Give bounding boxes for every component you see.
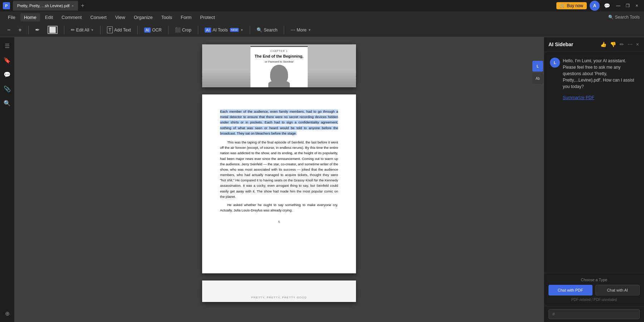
- sidebar-search-icon[interactable]: 🔍: [1, 97, 13, 109]
- menu-protect[interactable]: Protect: [196, 13, 218, 21]
- more-icon: ⋯: [291, 27, 295, 33]
- ai-sidebar: AI Sidebar 👍 👎 ✏ ⋯ × L Hello, I'm Lumi, …: [544, 37, 644, 322]
- menu-organize[interactable]: Organize: [130, 13, 156, 21]
- buy-now-button[interactable]: 🛒 Buy now: [556, 2, 587, 9]
- pdf-page-footer: PRETTY, PRETTY, PRETTY GOOD: [202, 280, 356, 302]
- separator-5: [168, 26, 169, 34]
- zoom-in-icon: +: [18, 27, 21, 33]
- floating-side-buttons: L Ab: [532, 61, 543, 84]
- selected-text-highlight: Each member of the audience, even family…: [220, 109, 338, 135]
- chat-pdf-button[interactable]: Chat with PDF: [548, 285, 592, 296]
- tab-bar: Pretty, Pretty, ...sh Levine).pdf × +: [13, 1, 87, 11]
- menu-view[interactable]: View: [112, 13, 129, 21]
- active-tab[interactable]: Pretty, Pretty, ...sh Levine).pdf ×: [13, 1, 78, 11]
- ai-message-content: Hello, I'm Lumi, your AI assistant. Plea…: [563, 58, 638, 101]
- separator-2: [64, 26, 64, 34]
- head-silhouette: [270, 65, 288, 84]
- menu-edit[interactable]: Edit: [42, 13, 57, 21]
- restore-button[interactable]: ❐: [623, 1, 632, 10]
- chat-ai-button[interactable]: Chat with AI: [595, 285, 640, 296]
- edit-icon: ✏: [71, 27, 75, 33]
- lumi-avatar: L: [550, 58, 560, 68]
- ai-sidebar-actions: 👍 👎 ✏ ⋯ ×: [600, 41, 640, 48]
- sidebar-layers-icon[interactable]: ⊕: [1, 308, 13, 319]
- ai-type-hint: PDF-related / PDF-unrelated: [548, 298, 640, 302]
- ai-type-section: Choose a Type Chat with PDF Chat with AI…: [544, 273, 644, 306]
- ai-tools-button[interactable]: AI AI Tools NEW ▼: [202, 24, 246, 36]
- menu-bar: File Home Edit Comment Convert View Orga…: [0, 11, 644, 23]
- close-button[interactable]: ×: [633, 1, 641, 10]
- ai-thumbs-down-btn[interactable]: 👎: [609, 41, 617, 48]
- app-icon: P: [3, 2, 10, 9]
- zoom-out-button[interactable]: −: [4, 24, 13, 36]
- ai-more-btn[interactable]: ⋯: [627, 41, 633, 48]
- menu-comment[interactable]: Comment: [58, 13, 85, 21]
- ocr-button[interactable]: AI OCR: [141, 24, 165, 36]
- title-bar: P Pretty, Pretty, ...sh Levine).pdf × + …: [0, 0, 644, 11]
- separator-6: [198, 26, 198, 34]
- ai-thumbs-up-btn[interactable]: 👍: [600, 41, 607, 48]
- selection-tool-button[interactable]: ⬜: [45, 24, 60, 36]
- add-text-button[interactable]: T Add Text: [104, 24, 133, 36]
- more-button[interactable]: ⋯ More ▼: [288, 24, 314, 36]
- summarize-link[interactable]: Summarize PDF: [563, 95, 594, 100]
- sidebar-toggle-btn[interactable]: 💬: [602, 1, 611, 10]
- tab-label: Pretty, Pretty, ...sh Levine).pdf: [17, 4, 69, 8]
- separator-1: [28, 26, 29, 34]
- user-avatar[interactable]: A: [590, 1, 600, 11]
- ai-close-btn[interactable]: ×: [635, 41, 640, 48]
- edit-dropdown-icon: ▼: [91, 28, 94, 32]
- pdf-page-main: Each member of the audience, even family…: [202, 94, 356, 273]
- buy-icon: 🛒: [560, 3, 565, 8]
- pdf-page-bottom-partial: PRETTY, PRETTY, PRETTY GOOD: [202, 280, 356, 302]
- ai-edit-btn[interactable]: ✏: [619, 41, 625, 48]
- pdf-paragraph1: This was the taping of the final episode…: [220, 140, 338, 199]
- menu-tools[interactable]: Tools: [158, 13, 176, 21]
- edit-all-button[interactable]: ✏ Edit All ▼: [68, 24, 97, 36]
- sidebar-attachments-icon[interactable]: 📎: [1, 83, 13, 94]
- add-text-icon: T: [107, 26, 113, 33]
- ai-chat-area: L Hello, I'm Lumi, your AI assistant. Pl…: [544, 52, 644, 273]
- sidebar-bookmarks-icon[interactable]: 🔖: [1, 54, 13, 66]
- ai-message-text: Hello, I'm Lumi, your AI assistant. Plea…: [563, 58, 638, 90]
- ai-type-buttons: Chat with PDF Chat with AI: [548, 285, 640, 296]
- ai-sidebar-title: AI Sidebar: [548, 42, 597, 47]
- search-icon: 🔍: [257, 27, 262, 33]
- ai-message-row: L Hello, I'm Lumi, your AI assistant. Pl…: [550, 58, 638, 101]
- crop-icon: ⬛: [175, 27, 181, 33]
- ocr-icon: AI: [144, 28, 151, 33]
- ai-dropdown-icon: ▼: [240, 28, 243, 32]
- chapter-label: CHAPTER 1: [254, 50, 304, 52]
- minimize-button[interactable]: —: [614, 1, 623, 10]
- pdf-page-cover: CHAPTER 1 The End of the Beginning, or F…: [202, 44, 356, 87]
- menu-file[interactable]: File: [4, 13, 19, 21]
- menu-home[interactable]: Home: [20, 13, 40, 21]
- ab-float-btn[interactable]: Ab: [532, 73, 543, 84]
- ai-sidebar-header: AI Sidebar 👍 👎 ✏ ⋯ ×: [544, 37, 644, 52]
- sidebar-comments-icon[interactable]: 💬: [1, 69, 13, 80]
- search-button[interactable]: 🔍 Search: [254, 24, 280, 36]
- ai-input-field[interactable]: [548, 309, 640, 319]
- zoom-in-button[interactable]: +: [15, 24, 24, 36]
- page-number: 5: [220, 220, 338, 224]
- bottom-page-text: PRETTY, PRETTY, PRETTY GOOD: [251, 296, 307, 299]
- toolbar: − + ✒ ⬜ ✏ Edit All ▼ T Add Text AI OCR ⬛…: [0, 23, 644, 37]
- main-area: ☰ 🔖 💬 📎 🔍 ⊕ CHAPTER 1 The End of the Beg…: [0, 37, 644, 322]
- sidebar-pages-icon[interactable]: ☰: [1, 40, 13, 52]
- pdf-paragraph2: He asked whether he ought to say somethi…: [220, 202, 338, 213]
- pen-tool-button[interactable]: ✒: [32, 24, 43, 36]
- title-bar-right: 🛒 Buy now A 💬 — ❐ ×: [556, 1, 641, 11]
- ai-type-label: Choose a Type: [548, 278, 640, 282]
- zoom-out-icon: −: [7, 27, 10, 33]
- crop-button[interactable]: ⬛ Crop: [172, 24, 194, 36]
- menu-form[interactable]: Form: [177, 13, 195, 21]
- ai-badge: NEW: [230, 28, 239, 32]
- menu-convert[interactable]: Convert: [87, 13, 110, 21]
- cover-background: CHAPTER 1 The End of the Beginning, or F…: [202, 44, 356, 87]
- new-tab-btn[interactable]: +: [79, 2, 86, 10]
- pdf-viewer[interactable]: CHAPTER 1 The End of the Beginning, or F…: [14, 37, 544, 322]
- lumi-float-btn[interactable]: L: [532, 61, 543, 72]
- left-sidebar: ☰ 🔖 💬 📎 🔍 ⊕: [0, 37, 14, 322]
- search-tools-btn[interactable]: 🔍 Search Tools: [608, 15, 640, 20]
- tab-close-btn[interactable]: ×: [72, 4, 74, 8]
